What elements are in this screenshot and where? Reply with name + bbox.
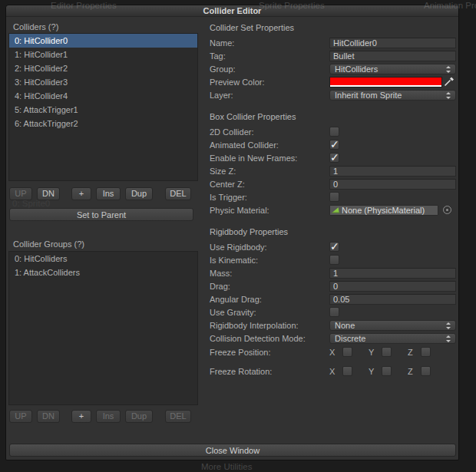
groups-duplicate-button: Dup <box>125 410 153 423</box>
groups-insert-button: Ins <box>96 410 121 423</box>
alpha-bar <box>330 85 441 87</box>
enable-new-frames-checkbox[interactable] <box>329 153 339 163</box>
mass-row: Mass: <box>210 266 456 279</box>
colliders-delete-button[interactable]: DEL <box>165 187 191 200</box>
is-trigger-checkbox[interactable] <box>329 192 339 202</box>
animated-collider-checkbox[interactable] <box>329 140 339 150</box>
group-dropdown[interactable]: HitColliders <box>329 64 456 74</box>
rigidbody-section-title: Rigidbody Properties <box>210 227 456 237</box>
colliders-list-toolbar: UP DN + Ins Dup DEL <box>9 186 196 200</box>
interpolation-dropdown[interactable]: None <box>329 320 456 331</box>
collider-set-section-title: Collider Set Properties <box>210 23 456 33</box>
layer-dropdown-value: Inherit from Sprite <box>335 91 402 100</box>
colliders-add-button[interactable]: + <box>71 187 91 200</box>
physic-material-icon <box>332 206 340 214</box>
axis-x-label: X <box>329 367 336 376</box>
axis-x-label: X <box>329 348 336 357</box>
is-kinematic-label: Is Kinematic: <box>210 256 329 265</box>
mass-label: Mass: <box>210 269 329 278</box>
angular-drag-row: Angular Drag: <box>210 292 456 305</box>
preview-color-label: Preview Color: <box>210 78 329 87</box>
freeze-position-x-checkbox[interactable] <box>342 347 352 357</box>
freeze-rotation-x-checkbox[interactable] <box>342 366 352 376</box>
size-z-input[interactable] <box>329 166 456 177</box>
is-trigger-label: Is Trigger: <box>210 193 329 202</box>
collider-list-item[interactable]: 3: HitCollider3 <box>9 75 197 89</box>
use-rigidbody-row: Use Rigidbody: <box>210 240 456 253</box>
layer-dropdown[interactable]: Inherit from Sprite <box>329 90 456 101</box>
axis-z-label: Z <box>408 348 415 357</box>
eyedropper-icon[interactable] <box>442 77 456 87</box>
name-input[interactable] <box>329 38 456 48</box>
set-to-parent-button[interactable]: Set to Parent <box>9 208 193 221</box>
close-window-button[interactable]: Close Window <box>9 444 456 457</box>
size-z-row: Size Z: <box>210 164 456 177</box>
drag-row: Drag: <box>210 279 456 292</box>
physic-material-field[interactable]: None (PhysicMaterial) <box>329 205 438 216</box>
groups-delete-button: DEL <box>165 410 191 423</box>
interpolation-row: Rigidbody Interpolation: None <box>210 319 456 332</box>
dropdown-arrows-icon <box>446 322 451 329</box>
colliders-list[interactable]: 0: HitCollider01: HitCollider12: HitColl… <box>8 33 198 181</box>
dropdown-arrows-icon <box>446 335 451 342</box>
freeze-position-z-checkbox[interactable] <box>421 347 431 357</box>
group-list-item[interactable]: 1: AttackColliders <box>9 266 197 279</box>
group-dropdown-value: HitColliders <box>335 64 378 74</box>
collider-list-item[interactable]: 1: HitCollider1 <box>9 48 197 61</box>
is-kinematic-checkbox[interactable] <box>329 255 339 265</box>
use-rigidbody-label: Use Rigidbody: <box>210 243 329 252</box>
2d-collider-label: 2D Collider: <box>210 127 329 137</box>
name-row: Name: <box>210 36 456 49</box>
axis-y-label: Y <box>369 348 375 357</box>
collision-mode-dropdown[interactable]: Discrete <box>329 333 456 344</box>
preview-color-swatch[interactable] <box>329 77 442 87</box>
enable-new-frames-label: Enable in New Frames: <box>210 153 329 163</box>
interpolation-label: Rigidbody Interpolation: <box>210 321 329 330</box>
use-rigidbody-checkbox[interactable] <box>329 242 339 252</box>
colliders-insert-button[interactable]: Ins <box>96 187 121 200</box>
freeze-rotation-row: Freeze Rotation: X Y Z <box>210 366 456 381</box>
center-z-row: Center Z: <box>210 177 456 190</box>
collider-list-item[interactable]: 4: HitCollider4 <box>9 89 197 103</box>
layer-row: Layer: Inherit from Sprite <box>210 88 456 101</box>
groups-add-button[interactable]: + <box>71 410 91 423</box>
center-z-input[interactable] <box>329 179 456 190</box>
use-gravity-label: Use Gravity: <box>210 308 329 317</box>
freeze-rotation-y-checkbox[interactable] <box>382 366 392 376</box>
properties-panel: Collider Set Properties Name: Tag: Group… <box>210 18 456 381</box>
group-list-item[interactable]: 0: HitColliders <box>9 252 197 266</box>
dropdown-arrows-icon <box>446 92 451 99</box>
freeze-rotation-z-checkbox[interactable] <box>421 366 431 376</box>
tag-row: Tag: <box>210 49 456 62</box>
collider-list-item[interactable]: 5: AttackTrigger1 <box>9 103 197 117</box>
colliders-duplicate-button[interactable]: Dup <box>125 187 153 200</box>
collision-mode-dropdown-value: Discrete <box>335 334 365 343</box>
freeze-position-y-checkbox[interactable] <box>382 347 392 357</box>
object-picker-icon[interactable] <box>443 206 451 214</box>
interpolation-dropdown-value: None <box>335 321 355 330</box>
animated-collider-row: Animated Collider: <box>210 138 456 151</box>
enable-new-frames-row: Enable in New Frames: <box>210 151 456 164</box>
mass-input[interactable] <box>329 268 456 279</box>
collider-list-item[interactable]: 2: HitCollider2 <box>9 61 197 75</box>
colliders-down-button[interactable]: DN <box>37 187 60 200</box>
colliders-up-button: UP <box>9 187 32 200</box>
use-gravity-checkbox[interactable] <box>329 307 339 317</box>
drag-label: Drag: <box>210 282 329 291</box>
drag-input[interactable] <box>329 281 456 292</box>
is-kinematic-row: Is Kinematic: <box>210 253 456 266</box>
tag-input[interactable] <box>329 51 456 61</box>
groups-down-button: DN <box>37 410 60 423</box>
colliders-panel-label: Colliders (?) <box>13 22 58 31</box>
use-gravity-row: Use Gravity: <box>210 305 456 319</box>
collider-list-item[interactable]: 0: HitCollider0 <box>9 34 197 48</box>
2d-collider-checkbox[interactable] <box>329 127 339 137</box>
collider-list-item[interactable]: 6: AttackTrigger2 <box>9 117 197 130</box>
angular-drag-input[interactable] <box>329 294 456 305</box>
window-title[interactable]: Collider Editor <box>6 5 458 17</box>
groups-panel-label: Collider Groups (?) <box>13 239 84 249</box>
preview-color-row: Preview Color: <box>210 75 456 88</box>
physic-material-value: None (PhysicMaterial) <box>342 206 425 215</box>
collider-groups-list[interactable]: 0: HitColliders1: AttackColliders <box>8 251 198 405</box>
ghost-more-utilities: More Utilities <box>201 462 252 471</box>
